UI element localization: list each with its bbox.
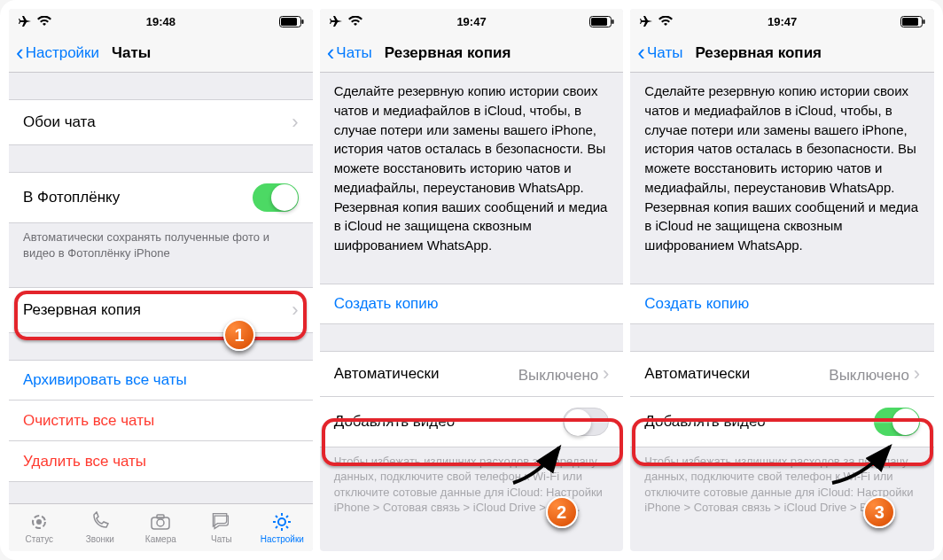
create-backup-label: Создать копию — [334, 295, 439, 313]
airplane-icon — [639, 15, 653, 27]
phone-screen-1: 19:48 ‹ Настройки Чаты Обои чата › В Фот — [9, 9, 313, 551]
tab-status[interactable]: Статус — [9, 504, 70, 551]
wallpaper-label: Обои чата — [23, 113, 96, 131]
tab-bar: Статус Звонки Камера Чаты Настройки — [9, 503, 313, 551]
svg-rect-11 — [612, 19, 614, 24]
backup-row[interactable]: Резервная копия › — [9, 287, 313, 333]
auto-backup-label: Автоматически — [644, 365, 750, 383]
camera-icon — [149, 511, 172, 533]
include-video-label: Добавлять видео — [334, 413, 455, 431]
svg-point-4 — [36, 519, 42, 525]
create-backup-label: Создать копию — [644, 295, 749, 313]
clock: 19:48 — [146, 15, 175, 28]
chevron-right-icon: › — [292, 299, 298, 322]
back-label: Настройки — [26, 44, 99, 62]
include-video-row[interactable]: Добавлять видео — [320, 397, 624, 447]
wallpaper-row[interactable]: Обои чата › — [9, 99, 313, 145]
tab-calls[interactable]: Звонки — [70, 504, 131, 551]
back-button[interactable]: ‹ Настройки — [16, 43, 99, 64]
svg-point-8 — [278, 518, 285, 525]
camera-roll-toggle[interactable] — [253, 183, 299, 212]
camera-roll-label: В Фотоплёнку — [23, 189, 120, 206]
battery-icon — [589, 16, 614, 27]
nav-bar: ‹ Чаты Резервная копия — [320, 34, 624, 73]
back-button[interactable]: ‹ Чаты — [637, 43, 682, 64]
archive-label: Архивировать все чаты — [23, 371, 187, 389]
svg-rect-13 — [902, 18, 918, 26]
status-bar: 19:47 — [630, 9, 934, 34]
delete-all-row[interactable]: Удалить все чаты — [9, 441, 313, 482]
backup-description: Сделайте резервную копию истории своих ч… — [630, 73, 934, 255]
svg-rect-2 — [301, 19, 303, 24]
backup-footer: Чтобы избежать излишних расходов за пере… — [320, 447, 624, 516]
phone-icon — [89, 511, 112, 533]
back-button[interactable]: ‹ Чаты — [327, 43, 372, 64]
include-video-toggle[interactable] — [874, 408, 920, 436]
battery-icon — [279, 16, 304, 27]
status-icon — [27, 511, 51, 533]
tab-camera[interactable]: Камера — [130, 504, 191, 551]
airplane-icon — [18, 15, 32, 27]
chevron-right-icon: › — [292, 111, 298, 134]
wifi-icon — [348, 16, 362, 27]
auto-backup-value: Выключено › — [518, 362, 610, 385]
chevron-left-icon: ‹ — [327, 41, 335, 64]
chevron-right-icon: › — [603, 362, 609, 385]
include-video-toggle[interactable] — [563, 408, 609, 436]
chevron-left-icon: ‹ — [637, 41, 645, 64]
backup-footer: Чтобы избежать излишних расходов за пере… — [630, 447, 934, 516]
phone-screen-3: 19:47 ‹ Чаты Резервная копия Сделайте ре… — [630, 9, 934, 551]
chevron-right-icon: › — [914, 362, 920, 385]
auto-backup-label: Автоматически — [334, 365, 440, 383]
delete-label: Удалить все чаты — [23, 453, 146, 471]
auto-backup-row[interactable]: Автоматически Выключено › — [320, 351, 624, 397]
battery-icon — [900, 16, 925, 27]
archive-all-row[interactable]: Архивировать все чаты — [9, 360, 313, 401]
clear-label: Очистить все чаты — [23, 412, 154, 430]
create-backup-row[interactable]: Создать копию — [630, 284, 934, 324]
back-label: Чаты — [647, 44, 682, 62]
auto-backup-row[interactable]: Автоматически Выключено › — [630, 351, 934, 397]
svg-rect-1 — [281, 18, 297, 26]
tab-chats[interactable]: Чаты — [191, 504, 253, 551]
phone-screen-2: 19:47 ‹ Чаты Резервная копия Сделайте ре… — [320, 9, 624, 551]
camera-roll-footer: Автоматически сохранять полученные фото … — [9, 223, 313, 261]
camera-roll-row[interactable]: В Фотоплёнку — [9, 172, 313, 223]
create-backup-row[interactable]: Создать копию — [320, 284, 624, 324]
back-label: Чаты — [336, 44, 371, 62]
page-title: Резервная копия — [695, 44, 822, 62]
chat-icon — [210, 511, 233, 533]
gear-icon — [270, 511, 293, 533]
backup-label: Резервная копия — [23, 301, 141, 319]
clock: 19:47 — [456, 15, 486, 28]
chevron-left-icon: ‹ — [16, 41, 24, 64]
svg-rect-7 — [157, 515, 164, 518]
status-bar: 19:47 — [320, 9, 624, 34]
svg-rect-14 — [924, 19, 925, 24]
nav-bar: ‹ Настройки Чаты — [9, 34, 313, 73]
page-title: Резервная копия — [385, 44, 511, 62]
tab-settings[interactable]: Настройки — [252, 504, 313, 551]
auto-backup-value: Выключено › — [829, 362, 920, 385]
clear-all-row[interactable]: Очистить все чаты — [9, 401, 313, 441]
svg-point-6 — [157, 519, 164, 526]
wifi-icon — [37, 16, 51, 27]
clock: 19:47 — [768, 15, 797, 28]
include-video-label: Добавлять видео — [644, 413, 765, 431]
nav-bar: ‹ Чаты Резервная копия — [630, 34, 934, 73]
backup-description: Сделайте резервную копию истории своих ч… — [320, 73, 624, 255]
airplane-icon — [329, 15, 343, 27]
svg-rect-10 — [591, 18, 607, 26]
status-bar: 19:48 — [9, 9, 313, 34]
page-title: Чаты — [112, 44, 151, 62]
wifi-icon — [659, 16, 673, 27]
include-video-row[interactable]: Добавлять видео — [630, 397, 934, 447]
